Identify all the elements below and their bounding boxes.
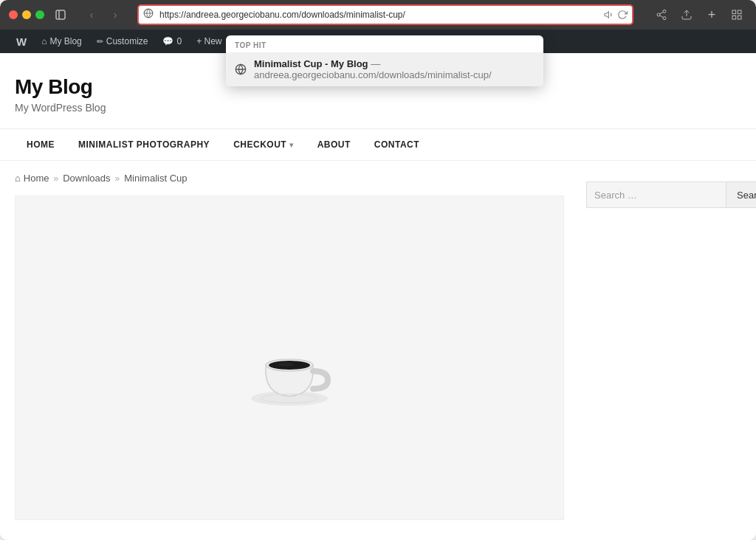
- wp-myblog-item[interactable]: ⌂ My Blog: [34, 30, 89, 53]
- dropdown-icon: ▾: [289, 141, 294, 149]
- svg-point-6: [657, 13, 660, 16]
- svg-line-8: [660, 15, 664, 18]
- autocomplete-text: Minimalist Cup - My Blog — andreea.georg…: [254, 58, 535, 80]
- comments-icon: 💬: [162, 36, 173, 46]
- content-area: ⌂ Home » Downloads » Minimalist Cup: [15, 161, 564, 520]
- main-layout: ⌂ Home » Downloads » Minimalist Cup: [0, 161, 756, 520]
- nav-link-home[interactable]: HOME: [15, 129, 66, 160]
- nav-item-about[interactable]: ABOUT: [306, 129, 362, 160]
- wp-myblog-label: My Blog: [49, 36, 81, 46]
- address-bar-container: [137, 4, 633, 25]
- maximize-button[interactable]: [35, 10, 44, 19]
- svg-marker-4: [605, 12, 608, 18]
- svg-rect-14: [732, 15, 736, 19]
- browser-controls: +: [651, 6, 747, 24]
- page-content: My Blog My WordPress Blog HOME MINIMALIS…: [0, 53, 756, 540]
- minimize-button[interactable]: [22, 10, 31, 19]
- close-button[interactable]: [9, 10, 18, 19]
- search-button[interactable]: Search: [726, 181, 756, 208]
- breadcrumb-home-label: Home: [24, 173, 49, 184]
- breadcrumb-current: Minimalist Cup: [124, 173, 187, 184]
- breadcrumb-home-link[interactable]: ⌂ Home: [15, 173, 49, 184]
- search-widget: Search: [586, 181, 741, 208]
- wp-logo-icon: W: [16, 35, 27, 48]
- globe-icon: [235, 63, 247, 75]
- svg-point-20: [278, 362, 293, 367]
- breadcrumb-downloads-link[interactable]: Downloads: [63, 173, 110, 184]
- address-right-icons: [604, 10, 628, 20]
- nav-link-checkout[interactable]: CHECKOUT ▾: [221, 129, 306, 160]
- product-image: [15, 195, 564, 520]
- share-button[interactable]: [651, 6, 672, 24]
- wp-new-label: + New: [196, 36, 221, 46]
- nav-list: HOME MINIMALIST PHOTOGRAPHY CHECKOUT ▾ A…: [15, 129, 741, 160]
- autocomplete-item[interactable]: Minimalist Cup - My Blog — andreea.georg…: [226, 52, 543, 86]
- checkout-label: CHECKOUT: [233, 139, 286, 150]
- site-nav: HOME MINIMALIST PHOTOGRAPHY CHECKOUT ▾ A…: [0, 128, 756, 161]
- sidebar-area: Search: [564, 161, 741, 520]
- nav-item-photography[interactable]: MINIMALIST PHOTOGRAPHY: [66, 129, 221, 160]
- svg-point-5: [663, 10, 666, 13]
- nav-buttons: ‹ ›: [81, 6, 126, 24]
- forward-button[interactable]: ›: [105, 6, 126, 24]
- wp-comments-item[interactable]: 💬 0: [155, 30, 189, 53]
- home-icon: ⌂: [41, 36, 47, 46]
- site-subtitle: My WordPress Blog: [15, 102, 741, 114]
- wp-logo-item[interactable]: W: [9, 30, 34, 53]
- extensions-button[interactable]: [726, 6, 747, 24]
- wp-new-item[interactable]: + New: [189, 30, 229, 53]
- nav-link-about[interactable]: ABOUT: [306, 129, 362, 160]
- svg-rect-11: [732, 10, 736, 14]
- nav-item-home[interactable]: HOME: [15, 129, 66, 160]
- nav-item-checkout[interactable]: CHECKOUT ▾: [221, 129, 306, 160]
- breadcrumb: ⌂ Home » Downloads » Minimalist Cup: [15, 161, 564, 195]
- nav-link-contact[interactable]: CONTACT: [362, 129, 431, 160]
- traffic-lights: [9, 10, 44, 19]
- autocomplete-label: Top Hit: [226, 35, 543, 52]
- audio-icon: [604, 10, 614, 20]
- lock-icon: [143, 8, 154, 18]
- breadcrumb-downloads-label: Downloads: [63, 173, 110, 184]
- autocomplete-site-name: Minimalist Cup - My Blog: [254, 58, 368, 69]
- back-button[interactable]: ‹: [81, 6, 102, 24]
- coffee-cup-svg: [223, 291, 356, 424]
- breadcrumb-sep-1: »: [54, 173, 59, 184]
- nav-item-contact[interactable]: CONTACT: [362, 129, 431, 160]
- upload-button[interactable]: [676, 6, 697, 24]
- nav-link-photography[interactable]: MINIMALIST PHOTOGRAPHY: [66, 129, 221, 160]
- svg-point-7: [663, 17, 666, 20]
- wp-comments-count: 0: [176, 36, 182, 46]
- wp-customize-item[interactable]: ✏ Customize: [89, 30, 156, 53]
- breadcrumb-sep-2: »: [115, 173, 120, 184]
- add-tab-button[interactable]: +: [701, 6, 722, 24]
- search-input[interactable]: [586, 181, 726, 208]
- autocomplete-dropdown: Top Hit Minimalist Cup - My Blog — andre…: [226, 35, 543, 86]
- url-input[interactable]: [137, 4, 633, 25]
- svg-line-9: [660, 12, 664, 14]
- wp-customize-label: Customize: [106, 36, 148, 46]
- sidebar-toggle-button[interactable]: [50, 6, 71, 24]
- svg-rect-12: [738, 10, 741, 14]
- refresh-icon[interactable]: [617, 10, 628, 20]
- home-icon: ⌂: [15, 173, 21, 184]
- svg-rect-0: [56, 10, 65, 19]
- svg-rect-13: [738, 15, 741, 19]
- title-bar: ‹ ›: [0, 0, 756, 30]
- customize-icon: ✏: [97, 37, 103, 46]
